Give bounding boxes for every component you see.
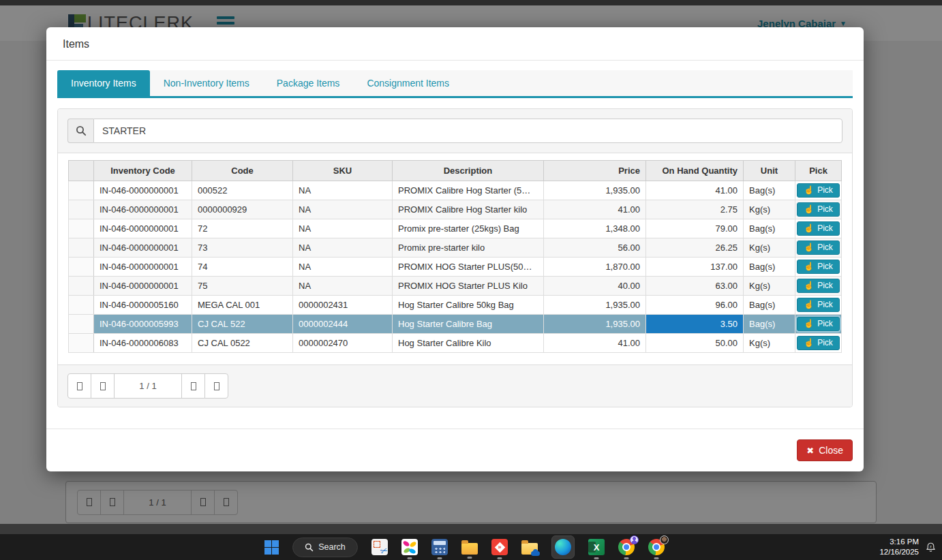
- pick-button[interactable]: ☝Pick: [797, 183, 840, 198]
- start-button[interactable]: [264, 540, 279, 555]
- close-x-icon: ✖: [806, 446, 814, 456]
- first-page-button[interactable]: [67, 373, 91, 399]
- pick-cell: ☝Pick: [795, 296, 842, 315]
- sku-cell: NA: [293, 258, 393, 277]
- notification-bell-icon[interactable]: z: [925, 542, 937, 556]
- taskbar-search[interactable]: Search: [292, 538, 358, 557]
- table-row[interactable]: IN-046-000000000172NAPromix pre-starter …: [69, 219, 842, 238]
- unit-cell: Kg(s): [744, 200, 795, 219]
- column-header: Description: [393, 161, 544, 181]
- unit-cell: Bag(s): [744, 219, 795, 238]
- tab-consignment-items[interactable]: Consignment Items: [353, 70, 463, 96]
- tab-non-inventory-items[interactable]: Non-Inventory Items: [150, 70, 263, 96]
- inventory-code-cell: IN-046-0000000001: [94, 181, 192, 200]
- table-row[interactable]: IN-046-00000000010000000929NAPROMIX Cali…: [69, 200, 842, 219]
- excel-button[interactable]: X: [588, 539, 605, 555]
- search-icon: [305, 543, 314, 552]
- price-cell: 56.00: [544, 238, 646, 258]
- pick-cell: ☝Pick: [795, 219, 842, 238]
- code-cell: 000522: [192, 181, 293, 200]
- modal-body: Inventory ItemsNon-Inventory ItemsPackag…: [46, 61, 864, 407]
- table-row[interactable]: IN-046-0000005160MEGA CAL 0010000002431H…: [69, 296, 842, 315]
- tab-package-items[interactable]: Package Items: [263, 70, 354, 96]
- sku-cell: 0000002431: [293, 296, 393, 315]
- description-cell: Hog Starter Calibre Bag: [393, 315, 544, 334]
- column-header: Price: [544, 161, 646, 181]
- on-hand-qty-cell: 50.00: [646, 334, 744, 353]
- description-cell: Hog Starter Calibre 50kg Bag: [393, 296, 544, 315]
- pick-button[interactable]: ☝Pick: [797, 221, 840, 236]
- photos-icon: [401, 539, 418, 555]
- column-header: Pick: [795, 161, 842, 181]
- pick-cell: ☝Pick: [795, 200, 842, 219]
- description-cell: PROMIX HOG Starter PLUS(50…: [393, 258, 544, 277]
- table-container: Inventory CodeCodeSKUDescriptionPriceOn …: [58, 153, 852, 364]
- chrome-profile1-button[interactable]: [618, 539, 635, 555]
- pick-label: Pick: [817, 243, 833, 252]
- pick-button[interactable]: ☝Pick: [797, 202, 840, 217]
- onedrive-folder-button[interactable]: [521, 540, 538, 555]
- row-select-cell[interactable]: [69, 315, 94, 334]
- unit-cell: Bag(s): [744, 258, 795, 277]
- unit-cell: Bag(s): [744, 315, 795, 334]
- chrome-profile2-button[interactable]: [648, 539, 665, 555]
- table-row[interactable]: IN-046-000000000173NAPromix pre-starter …: [69, 238, 842, 258]
- row-select-cell[interactable]: [69, 277, 94, 296]
- snipping-tool-button[interactable]: ✂: [371, 539, 388, 555]
- row-select-cell[interactable]: [69, 200, 94, 219]
- table-row[interactable]: IN-046-0000005993CJ CAL 5220000002444Hog…: [69, 315, 842, 334]
- sku-cell: NA: [293, 181, 393, 200]
- table-row[interactable]: IN-046-0000000001000522NAPROMIX Calibre …: [69, 181, 842, 200]
- pick-cell: ☝Pick: [795, 181, 842, 200]
- folder-icon: [461, 543, 478, 555]
- prev-page-button[interactable]: [91, 373, 115, 399]
- inventory-code-cell: IN-046-0000000001: [94, 200, 192, 219]
- file-explorer-button[interactable]: [461, 540, 478, 555]
- pick-button[interactable]: ☝Pick: [797, 260, 840, 274]
- row-select-cell[interactable]: [69, 296, 94, 315]
- tab-bar: Inventory ItemsNon-Inventory ItemsPackag…: [57, 70, 853, 98]
- pick-button[interactable]: ☝Pick: [797, 317, 840, 331]
- unit-cell: Bag(s): [744, 296, 795, 315]
- on-hand-qty-cell: 41.00: [646, 181, 744, 200]
- sku-cell: NA: [293, 200, 393, 219]
- column-header: Inventory Code: [94, 161, 192, 181]
- pick-cell: ☝Pick: [795, 238, 842, 258]
- code-cell: 75: [192, 277, 293, 296]
- items-panel: Inventory CodeCodeSKUDescriptionPriceOn …: [57, 108, 853, 407]
- price-cell: 1,935.00: [544, 181, 646, 200]
- unit-cell: Bag(s): [744, 181, 795, 200]
- row-select-cell[interactable]: [69, 219, 94, 238]
- pick-label: Pick: [817, 281, 833, 290]
- pick-button[interactable]: ☝Pick: [797, 336, 840, 350]
- row-select-cell[interactable]: [69, 181, 94, 200]
- taskbar-clock[interactable]: 3:16 PM 12/16/2025: [879, 537, 919, 557]
- pagination-panel: 1 / 1: [58, 364, 852, 407]
- next-page-button[interactable]: [181, 373, 205, 399]
- pick-cell: ☝Pick: [795, 277, 842, 296]
- table-row[interactable]: IN-046-000000000175NAPROMIX HOG Starter …: [69, 277, 842, 296]
- row-select-cell[interactable]: [69, 258, 94, 277]
- modal-footer: ✖ Close: [46, 429, 864, 471]
- inventory-code-cell: IN-046-0000005993: [94, 315, 192, 334]
- table-row[interactable]: IN-046-0000006083CJ CAL 05220000002470Ho…: [69, 334, 842, 353]
- close-button[interactable]: ✖ Close: [797, 439, 853, 461]
- last-page-button[interactable]: [204, 373, 228, 399]
- row-select-cell[interactable]: [69, 334, 94, 353]
- row-select-cell[interactable]: [69, 238, 94, 258]
- inventory-code-cell: IN-046-0000000001: [94, 238, 192, 258]
- pick-label: Pick: [817, 223, 833, 233]
- description-cell: PROMIX Calibre Hog Starter kilo: [393, 200, 544, 219]
- missing-glyph-icon: [77, 382, 82, 390]
- pick-button[interactable]: ☝Pick: [797, 279, 840, 293]
- photos-app-button[interactable]: [401, 539, 418, 555]
- calculator-button[interactable]: [431, 539, 448, 555]
- tab-inventory-items[interactable]: Inventory Items: [57, 70, 150, 96]
- pick-button[interactable]: ☝Pick: [797, 240, 840, 255]
- missing-glyph-icon: [214, 382, 219, 390]
- edge-browser-button[interactable]: [551, 535, 575, 559]
- anydesk-button[interactable]: »: [491, 539, 508, 555]
- pick-button[interactable]: ☝Pick: [797, 298, 840, 312]
- search-input[interactable]: [93, 119, 842, 143]
- table-row[interactable]: IN-046-000000000174NAPROMIX HOG Starter …: [69, 258, 842, 277]
